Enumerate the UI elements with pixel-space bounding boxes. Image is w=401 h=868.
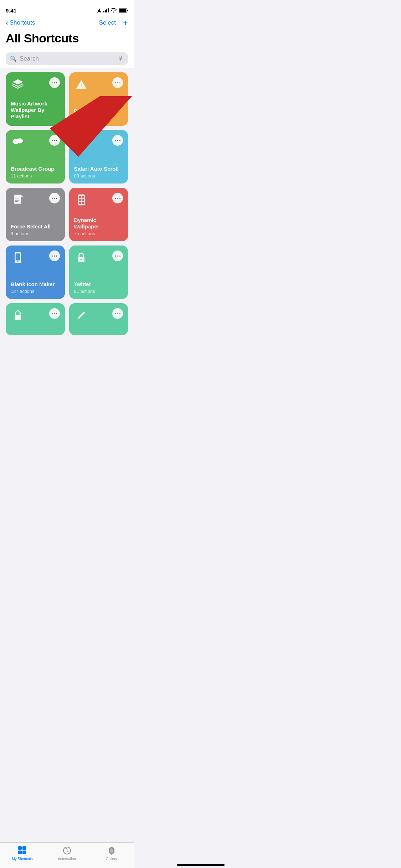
svg-text:!: !: [80, 83, 82, 88]
card-menu-button[interactable]: [49, 77, 60, 88]
svg-rect-21: [81, 199, 83, 201]
card-title: Broadcast Group: [11, 166, 60, 172]
svg-rect-16: [15, 201, 18, 202]
browser-icon: [74, 135, 88, 149]
svg-rect-14: [15, 198, 20, 199]
card-title: Music Artwork Wallpaper By Playlist: [11, 100, 60, 120]
three-dots-icon: [52, 313, 57, 314]
three-dots-icon: [52, 140, 57, 141]
shortcut-card-blank-icon-maker[interactable]: Blank Icon Maker 127 actions: [6, 246, 65, 299]
chat-bubbles-icon: [11, 135, 25, 149]
card-menu-button[interactable]: [112, 135, 123, 146]
svg-point-6: [13, 139, 19, 144]
card-menu-button[interactable]: [49, 308, 60, 319]
lock-icon: [74, 250, 88, 265]
select-button[interactable]: Select: [99, 19, 116, 26]
svg-rect-18: [78, 196, 81, 198]
card-subtitle: 11 actions: [11, 173, 60, 179]
search-bar-container: 🔍 Search 🎙: [0, 50, 134, 68]
card-title: Bulk Resize: [74, 108, 123, 114]
back-button[interactable]: ‹ Shortcuts: [6, 19, 35, 27]
shortcut-card-twitter[interactable]: Twitter 91 actions: [69, 246, 128, 299]
card-subtitle: 83 actions: [74, 173, 123, 179]
search-input[interactable]: 🔍 Search 🎙: [6, 52, 128, 65]
chevron-left-icon: ‹: [6, 19, 8, 27]
shortcut-card-partial-1[interactable]: [6, 303, 65, 335]
shortcuts-grid: Music Artwork Wallpaper By Playlist !: [0, 68, 134, 303]
shortcut-card-music-artwork[interactable]: Music Artwork Wallpaper By Playlist: [6, 72, 65, 126]
document-icon: [11, 193, 25, 207]
shortcut-card-safari-auto-scroll[interactable]: Safari Auto Scroll 83 actions: [69, 130, 128, 184]
card-menu-button[interactable]: [112, 193, 123, 203]
add-shortcut-button[interactable]: +: [123, 19, 128, 27]
svg-rect-9: [82, 139, 85, 141]
svg-rect-29: [15, 315, 21, 320]
card-menu-button[interactable]: [112, 308, 123, 319]
svg-point-26: [17, 261, 19, 263]
svg-rect-2: [119, 9, 126, 12]
card-menu-button[interactable]: [49, 193, 60, 203]
card-subtitle: 127 actions: [11, 289, 60, 294]
three-dots-icon: [52, 255, 57, 257]
svg-rect-12: [77, 146, 82, 147]
card-menu-button[interactable]: [112, 77, 123, 88]
card-subtitle: 22 actions: [74, 115, 123, 121]
microphone-icon[interactable]: 🎙: [118, 55, 124, 62]
svg-rect-19: [81, 196, 83, 198]
nav-actions: Select +: [99, 19, 128, 27]
shortcut-card-bulk-resize[interactable]: ! Bulk Resize 22 actions: [69, 72, 128, 126]
svg-rect-10: [82, 141, 85, 142]
three-dots-icon: [115, 313, 120, 314]
back-label: Shortcuts: [10, 19, 35, 26]
partial-cards-row: [0, 303, 134, 335]
svg-rect-25: [16, 253, 20, 260]
three-dots-icon: [52, 198, 57, 199]
three-dots-icon: [115, 140, 120, 141]
battery-icon: [119, 8, 128, 13]
shortcut-card-dynamic-wallpaper[interactable]: Dynamic Wallpaper 75 actions: [69, 188, 128, 241]
status-icons: [97, 8, 128, 13]
svg-rect-22: [78, 202, 81, 204]
location-icon: [97, 8, 101, 13]
search-placeholder: Search: [20, 55, 115, 62]
card-title: Twitter: [74, 281, 123, 288]
wifi-icon: [111, 8, 117, 12]
card-menu-button[interactable]: [49, 250, 60, 261]
three-dots-icon: [115, 82, 120, 83]
three-dots-icon: [115, 198, 120, 199]
phone-icon: [11, 250, 25, 265]
card-subtitle: 91 actions: [74, 289, 123, 294]
warning-icon: !: [74, 77, 88, 92]
three-dots-icon: [115, 255, 120, 257]
search-icon: 🔍: [10, 56, 17, 62]
svg-rect-8: [77, 139, 81, 144]
svg-rect-23: [81, 202, 83, 204]
shortcut-card-broadcast-group[interactable]: Broadcast Group 11 actions: [6, 130, 65, 184]
card-menu-button[interactable]: [112, 250, 123, 261]
shortcut-card-force-select-all[interactable]: Force Select All 9 actions: [6, 188, 65, 241]
svg-rect-20: [78, 199, 81, 201]
phone-grid-icon: [74, 193, 88, 207]
card-subtitle: 9 actions: [11, 231, 60, 236]
three-dots-icon: [52, 82, 57, 83]
svg-rect-11: [77, 144, 85, 145]
svg-rect-15: [15, 200, 20, 201]
svg-point-28: [80, 259, 82, 260]
page-title: All Shortcuts: [6, 31, 128, 45]
card-title: Safari Auto Scroll: [74, 166, 123, 172]
status-time: 9:41: [6, 7, 16, 14]
nav-bar: ‹ Shortcuts Select +: [0, 16, 134, 30]
svg-rect-1: [127, 10, 128, 11]
card-subtitle: 75 actions: [74, 231, 123, 236]
layers-icon: [11, 77, 25, 92]
lock-icon: [11, 308, 25, 322]
card-title: Blank Icon Maker: [11, 281, 60, 288]
signal-bars-icon: [103, 8, 109, 12]
status-bar: 9:41: [0, 0, 134, 16]
pencil-icon: [74, 308, 88, 322]
card-title: Force Select All: [11, 223, 60, 230]
shortcut-card-partial-2[interactable]: [69, 303, 128, 335]
page-title-section: All Shortcuts: [0, 30, 134, 50]
card-title: Dynamic Wallpaper: [74, 217, 123, 230]
card-menu-button[interactable]: [49, 135, 60, 146]
